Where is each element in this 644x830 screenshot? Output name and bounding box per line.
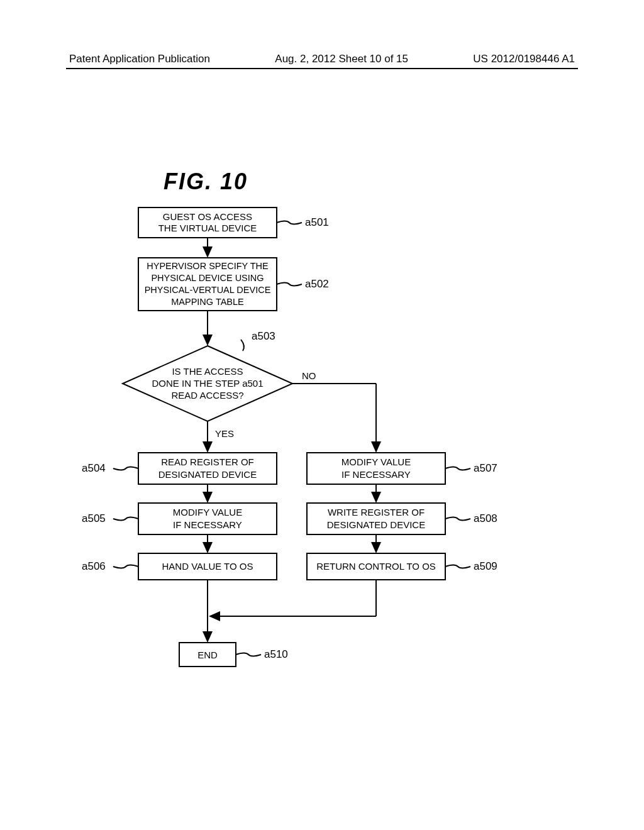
decision-a503-line1: IS THE ACCESS	[172, 366, 243, 377]
step-a510: END	[179, 643, 236, 667]
step-a508: WRITE REGISTER OF DESIGNATED DEVICE	[307, 503, 445, 534]
step-a502-line4: MAPPING TABLE	[171, 297, 244, 307]
figure-title: FIG. 10	[164, 169, 248, 195]
step-a509: RETURN CONTROL TO OS	[307, 553, 445, 580]
branch-yes: YES	[215, 428, 234, 439]
step-a506: HAND VALUE TO OS	[138, 553, 277, 580]
header-right: US 2012/0198446 A1	[473, 53, 575, 65]
step-a504-line1: READ REGISTER OF	[161, 456, 254, 467]
label-a503: a503	[252, 330, 275, 342]
step-a501-line2: THE VIRTUAL DEVICE	[158, 223, 257, 233]
step-a507-line2: IF NECESSARY	[341, 469, 411, 480]
label-a505: a505	[82, 512, 106, 524]
label-a508: a508	[474, 512, 497, 524]
decision-a503: IS THE ACCESS DONE IN THE STEP a501 READ…	[123, 346, 292, 421]
decision-a503-line3: READ ACCESS?	[171, 390, 243, 401]
step-a501-line1: GUEST OS ACCESS	[163, 211, 252, 222]
step-a502-line3: PHYSICAL-VERTUAL DEVICE	[145, 285, 271, 295]
header-rule	[66, 68, 578, 69]
label-a509: a509	[474, 560, 497, 572]
step-a506-line1: HAND VALUE TO OS	[162, 561, 253, 572]
branch-no: NO	[302, 370, 316, 381]
page-header: Patent Application Publication Aug. 2, 2…	[0, 53, 644, 65]
step-a507: MODIFY VALUE IF NECESSARY	[307, 453, 445, 484]
step-a507-line1: MODIFY VALUE	[341, 456, 411, 467]
page: Patent Application Publication Aug. 2, 2…	[0, 0, 644, 830]
step-a502-line2: PHYSICAL DEVICE USING	[151, 273, 264, 283]
step-a502-line1: HYPERVISOR SPECIFY THE	[147, 261, 269, 271]
step-a504: READ REGISTER OF DESIGNATED DEVICE	[138, 453, 277, 484]
flowchart: GUEST OS ACCESS THE VIRTUAL DEVICE a501 …	[75, 201, 566, 685]
step-a505-line2: IF NECESSARY	[173, 519, 242, 530]
header-left: Patent Application Publication	[69, 53, 210, 65]
label-a507: a507	[474, 462, 497, 474]
label-a504: a504	[82, 462, 106, 474]
step-a505-line1: MODIFY VALUE	[173, 507, 242, 517]
step-a510-line1: END	[197, 650, 218, 660]
step-a502: HYPERVISOR SPECIFY THE PHYSICAL DEVICE U…	[138, 258, 277, 311]
label-a502: a502	[305, 278, 329, 290]
step-a504-line2: DESIGNATED DEVICE	[158, 469, 257, 480]
step-a505: MODIFY VALUE IF NECESSARY	[138, 503, 277, 534]
step-a508-line1: WRITE REGISTER OF	[328, 507, 425, 517]
label-a506: a506	[82, 560, 106, 572]
step-a501: GUEST OS ACCESS THE VIRTUAL DEVICE	[138, 208, 277, 238]
label-a501: a501	[305, 216, 329, 228]
step-a508-line2: DESIGNATED DEVICE	[327, 519, 425, 530]
decision-a503-line2: DONE IN THE STEP a501	[152, 378, 263, 389]
label-a510: a510	[264, 648, 288, 660]
header-center: Aug. 2, 2012 Sheet 10 of 15	[275, 53, 408, 65]
step-a509-line1: RETURN CONTROL TO OS	[316, 561, 436, 572]
